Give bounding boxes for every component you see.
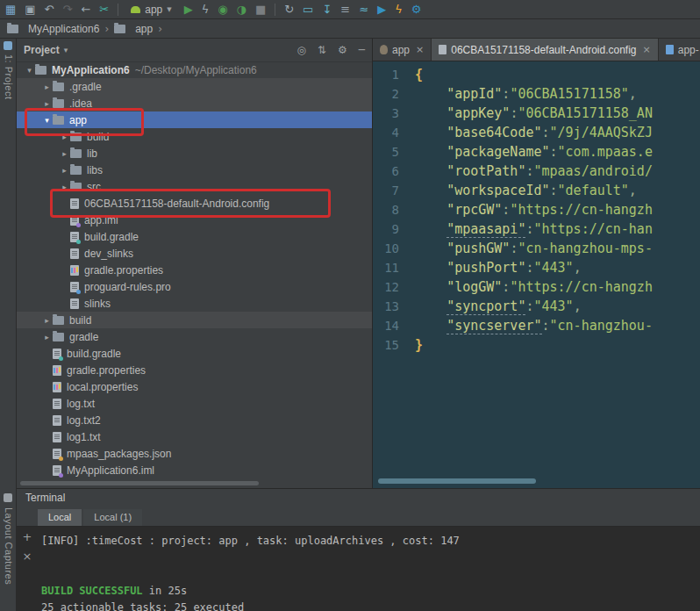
editor-horizontal-scrollbar[interactable] [378, 478, 536, 484]
locate-file-icon[interactable]: ◎ [296, 44, 305, 56]
hide-panel-icon[interactable]: ─ [359, 44, 365, 56]
tree-item-label: build [69, 314, 91, 327]
undo-icon[interactable]: ↶ [45, 4, 54, 15]
back-icon[interactable]: ← [81, 4, 90, 15]
tree-item-build[interactable]: ▸build [17, 312, 372, 328]
tree-item-libs[interactable]: ▸libs [17, 162, 372, 178]
project-panel-toolbar: ◎⇅⚙─ [296, 44, 365, 56]
run-config-label: app [145, 4, 162, 16]
breadcrumb-label: MyApplication6 [28, 23, 99, 35]
layout-captures-icon[interactable] [4, 493, 12, 502]
folder-icon [53, 99, 64, 108]
breadcrumb-label: app [135, 23, 153, 35]
profile-icon[interactable]: ◑ [237, 4, 246, 15]
logcat-icon[interactable]: ≡ [340, 4, 350, 15]
chevron-down-icon[interactable]: ▾ [64, 46, 68, 54]
chevron-expanded-icon[interactable]: ▾ [24, 66, 35, 75]
folder-icon [70, 166, 82, 175]
file-icon [70, 248, 79, 259]
tree-item-local.properties[interactable]: local.properties [17, 378, 372, 395]
breadcrumb-item-MyApplication6[interactable]: MyApplication6 [7, 23, 99, 35]
tree-item-label: gradle.properties [84, 264, 163, 277]
settings-icon[interactable]: ⚙ [411, 4, 422, 15]
terminal-tab-Local (1)[interactable]: Local (1) [83, 509, 142, 526]
open-project-icon[interactable]: ▦ [5, 4, 16, 15]
terminal-header: Terminal [17, 489, 700, 507]
android-studio-window: ▦▣↶↷←✂app▼▶ϟ◉◑■↻▭↧≡≈▶ϟ⚙ MyApplication6›a… [0, 0, 700, 611]
instant-run-icon[interactable]: ϟ [395, 4, 403, 15]
run-config-selector[interactable]: app▼ [127, 3, 175, 17]
debug-icon[interactable]: ◉ [218, 4, 227, 15]
tree-item-gradle[interactable]: ▸gradle [17, 328, 372, 345]
close-icon[interactable]: × [643, 44, 651, 55]
code-text: "syncport":"443", [406, 297, 582, 316]
tree-item-MyApplication6.iml[interactable]: MyApplication6.iml [17, 462, 372, 478]
line-number: 3 [373, 104, 406, 123]
tree-item-label: MyApplication6.iml [67, 464, 154, 477]
terminal-title[interactable]: Terminal [25, 492, 65, 504]
tree-item-slinks[interactable]: slinks [17, 295, 372, 312]
folder-icon [114, 25, 125, 33]
editor-content[interactable]: 1{2 "appId":"06CBA15171158",3 "appKey":"… [373, 61, 700, 488]
profiler-icon[interactable]: ≈ [359, 4, 368, 15]
editor-tab-06CBA15171158-default-Android.config[interactable]: 06CBA15171158-default-Android.config× [432, 39, 658, 61]
code-text: "packageName":"com.mpaas.e [406, 142, 653, 162]
tree-item-proguard-rules.pro[interactable]: proguard-rules.pro [17, 278, 372, 295]
project-horizontal-scrollbar[interactable] [20, 481, 259, 485]
add-session-icon[interactable]: + [23, 531, 32, 543]
folder-icon [7, 25, 18, 33]
chevron-collapsed-icon[interactable]: ▸ [41, 99, 53, 108]
tree-item-gradle.properties[interactable]: gradle.properties [17, 262, 372, 278]
stop-icon[interactable]: ■ [255, 4, 266, 15]
tree-item-log.txt[interactable]: log.txt [17, 395, 372, 412]
chevron-collapsed-icon[interactable]: ▸ [59, 149, 70, 158]
tree-item-label: mpaas_packages.json [67, 448, 171, 460]
tree-item-gradle.properties[interactable]: gradle.properties [17, 362, 372, 378]
tool-window-button-layout-captures[interactable]: Layout Captures [3, 507, 14, 606]
file-icon [70, 282, 79, 292]
editor-tab-app-[interactable]: app- [659, 39, 700, 61]
cut-icon[interactable]: ✂ [99, 4, 109, 15]
terminal-tab-Local[interactable]: Local [38, 509, 82, 526]
save-all-icon[interactable]: ▣ [25, 4, 35, 15]
tree-item-mpaas_packages.json[interactable]: mpaas_packages.json [17, 445, 372, 462]
apply-changes-icon[interactable]: ϟ [202, 4, 210, 15]
sync-project-icon[interactable]: ↻ [284, 4, 294, 15]
tree-item-log.txt2[interactable]: log.txt2 [17, 412, 372, 428]
file-icon [666, 45, 674, 54]
tree-item-dev_slinks[interactable]: dev_slinks [17, 245, 372, 262]
tree-item-log1.txt[interactable]: log1.txt [17, 428, 372, 445]
device-manager-icon[interactable]: ▭ [303, 4, 313, 15]
breadcrumb-item-app[interactable]: app [114, 23, 153, 35]
sdk-manager-icon[interactable]: ↧ [322, 4, 332, 15]
chevron-collapsed-icon[interactable]: ▸ [59, 166, 70, 175]
line-number: 1 [373, 65, 406, 84]
code-line: 2 "appId":"06CBA15171158", [373, 84, 700, 104]
redo-icon[interactable]: ↷ [63, 4, 73, 15]
line-number: 4 [373, 123, 406, 142]
terminal-output[interactable]: [INFO] :timeCost : project: app , task: … [41, 526, 700, 611]
code-line: 10 "pushGW":"cn-hangzhou-mps- [373, 239, 700, 258]
tree-item-label: gradle.properties [67, 364, 146, 377]
chevron-collapsed-icon[interactable]: ▸ [41, 333, 53, 341]
run-icon[interactable]: ▶ [184, 4, 193, 15]
tree-item-.gradle[interactable]: ▸.gradle [17, 78, 372, 95]
close-icon[interactable]: × [416, 44, 424, 55]
project-tool-window-icon[interactable] [4, 41, 12, 50]
file-icon [53, 382, 61, 392]
run-debug-icon[interactable]: ▶ [377, 4, 386, 15]
tool-window-button-project[interactable]: 1: Project [3, 54, 14, 133]
tree-item-label: libs [87, 164, 103, 176]
chevron-collapsed-icon[interactable]: ▸ [41, 83, 53, 91]
chevron-collapsed-icon[interactable]: ▸ [41, 316, 53, 325]
close-session-icon[interactable]: × [23, 550, 32, 562]
tree-item-label: dev_slinks [84, 248, 133, 260]
editor-tab-app[interactable]: app× [373, 39, 432, 61]
tree-item-build.gradle[interactable]: build.gradle [17, 345, 372, 362]
collapse-all-icon[interactable]: ⇅ [318, 44, 326, 56]
settings-icon[interactable]: ⚙ [338, 44, 347, 56]
tree-item-lib[interactable]: ▸lib [17, 145, 372, 162]
project-view-selector[interactable]: Project [24, 44, 60, 56]
tree-item-MyApplication6[interactable]: ▾MyApplication6~/Desktop/MyApplication6 [17, 61, 372, 78]
tree-item-build.gradle[interactable]: build.gradle [17, 228, 372, 245]
